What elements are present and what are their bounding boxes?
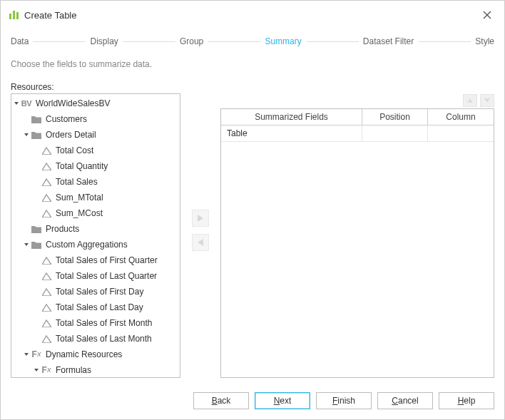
instruction-text: Choose the fields to summarize data. — [1, 59, 504, 82]
step-dataset-filter[interactable]: Dataset Filter — [363, 36, 414, 46]
measure-icon — [40, 209, 53, 217]
arrow-right-icon — [196, 214, 205, 222]
step-data[interactable]: Data — [11, 36, 29, 46]
measure-icon — [40, 193, 53, 202]
chevron-down-icon[interactable] — [23, 242, 30, 247]
reorder-buttons — [220, 94, 494, 107]
step-style[interactable]: Style — [475, 36, 494, 46]
grid-body: Table — [221, 126, 494, 377]
chevron-down-icon[interactable] — [23, 352, 30, 357]
col-summarized-fields[interactable]: Summarized Fields — [221, 109, 362, 125]
bv-icon: BV — [20, 99, 33, 108]
titlebar: Create Table — [1, 1, 504, 29]
fx-icon: Fx — [40, 365, 53, 375]
wizard-steps: Data Display Group Summary Dataset Filte… — [1, 29, 504, 59]
close-icon — [483, 11, 491, 19]
button-bar: Back Next Finish Cancel Help — [1, 384, 504, 419]
folder-icon — [30, 241, 43, 249]
help-button[interactable]: Help — [439, 392, 494, 409]
measure-icon — [40, 256, 53, 265]
back-button[interactable]: Back — [193, 392, 249, 409]
tree-leaf-total-quantity[interactable]: Total Quantity — [11, 158, 180, 174]
measure-icon — [40, 162, 53, 170]
step-group[interactable]: Group — [180, 36, 203, 46]
tree-leaf-sum-mtotal[interactable]: Sum_MTotal — [11, 190, 180, 205]
fx-icon: Fx — [30, 349, 43, 359]
create-table-dialog: Create Table Data Display Group Summary … — [0, 0, 505, 420]
grid-header: Summarized Fields Position Column — [221, 109, 494, 126]
grid-row[interactable]: Table — [221, 126, 494, 142]
measure-icon — [40, 319, 53, 327]
folder-icon — [30, 116, 43, 123]
tree-leaf-ts-last-month[interactable]: Total Sales of Last Month — [11, 331, 180, 347]
tree-leaf-total-cost[interactable]: Total Cost — [11, 143, 180, 158]
tree-node-dynamic-resources[interactable]: Fx Dynamic Resources — [11, 347, 180, 362]
tree-node-orders-detail[interactable]: Orders Detail — [11, 127, 180, 143]
close-button[interactable] — [479, 6, 496, 24]
transfer-buttons — [180, 82, 220, 378]
tree-node-products[interactable]: Products — [11, 221, 180, 237]
step-summary[interactable]: Summary — [265, 36, 301, 46]
arrow-down-icon — [484, 97, 491, 104]
add-button[interactable] — [192, 210, 209, 227]
step-display[interactable]: Display — [90, 36, 118, 46]
summarized-grid[interactable]: Summarized Fields Position Column Table — [220, 108, 494, 378]
resources-panel: Resources: BV WorldWideSalesBV Customers… — [11, 82, 180, 378]
tree-node-customers[interactable]: Customers — [11, 111, 180, 127]
measure-icon — [40, 272, 53, 280]
content-area: Resources: BV WorldWideSalesBV Customers… — [1, 82, 504, 384]
measure-icon — [40, 334, 53, 343]
measure-icon — [40, 287, 53, 296]
measure-icon — [40, 178, 53, 186]
tree-node-custom-aggregations[interactable]: Custom Aggregations — [11, 237, 180, 252]
tree-leaf-total-sales[interactable]: Total Sales — [11, 174, 180, 190]
tree-leaf-ts-last-quarter[interactable]: Total Sales of Last Quarter — [11, 268, 180, 284]
tree-node-formulas[interactable]: Fx Formulas — [11, 362, 180, 378]
cell-position — [362, 126, 428, 141]
chevron-down-icon[interactable] — [23, 132, 30, 138]
move-down-button[interactable] — [480, 94, 494, 107]
col-column[interactable]: Column — [428, 109, 494, 125]
summarized-panel: Summarized Fields Position Column Table — [220, 94, 494, 378]
tree-leaf-ts-last-day[interactable]: Total Sales of Last Day — [11, 299, 180, 315]
measure-icon — [40, 146, 53, 155]
cell-summarized: Table — [221, 126, 362, 141]
resources-tree[interactable]: BV WorldWideSalesBV Customers Orders Det… — [11, 93, 180, 378]
chevron-down-icon[interactable] — [33, 367, 40, 373]
tree-leaf-ts-first-day[interactable]: Total Sales of First Day — [11, 284, 180, 299]
app-bars-icon — [9, 11, 19, 19]
move-up-button[interactable] — [463, 94, 477, 107]
tree-leaf-ts-first-quarter[interactable]: Total Sales of First Quarter — [11, 252, 180, 268]
tree-leaf-sum-mcost[interactable]: Sum_MCost — [11, 205, 180, 221]
cell-column — [428, 126, 494, 141]
chevron-down-icon[interactable] — [13, 101, 20, 106]
arrow-left-icon — [196, 238, 205, 247]
tree-leaf-ts-first-month[interactable]: Total Sales of First Month — [11, 315, 180, 331]
tree-node-root[interactable]: BV WorldWideSalesBV — [11, 96, 180, 111]
col-position[interactable]: Position — [362, 109, 428, 125]
arrow-up-icon — [466, 97, 474, 104]
finish-button[interactable]: Finish — [316, 392, 372, 409]
resources-label: Resources: — [11, 82, 180, 93]
cancel-button[interactable]: Cancel — [377, 392, 433, 409]
folder-icon — [30, 131, 43, 139]
next-button[interactable]: Next — [255, 392, 310, 409]
folder-icon — [30, 225, 43, 233]
remove-button[interactable] — [192, 234, 209, 251]
measure-icon — [40, 303, 53, 312]
window-title: Create Table — [24, 10, 76, 21]
